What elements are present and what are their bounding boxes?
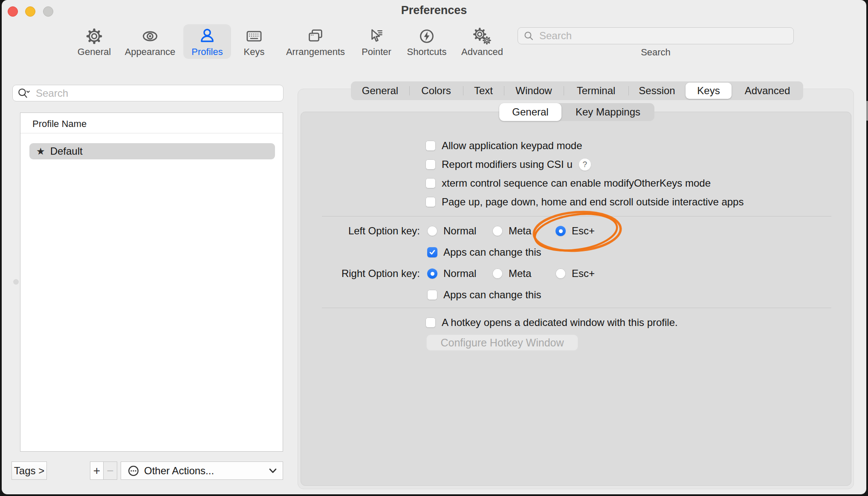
toolbar-label-pointer: Pointer <box>362 46 391 58</box>
configure-hotkey-window-button[interactable]: Configure Hotkey Window <box>426 335 578 351</box>
radio-right-normal[interactable] <box>427 268 437 279</box>
toolbar-item-general[interactable]: General <box>71 24 118 59</box>
add-profile-button[interactable]: + <box>90 461 104 480</box>
right-option-esc: Esc+ <box>556 266 595 281</box>
checkbox-right-apps-can-change[interactable] <box>427 290 437 300</box>
checkbox-csi-u[interactable] <box>425 159 436 170</box>
tab-colors[interactable]: Colors <box>409 81 463 100</box>
right-option-normal: Normal <box>427 266 476 281</box>
annotation-ellipse <box>524 205 635 260</box>
radio-right-esc[interactable] <box>556 268 566 279</box>
gears-icon <box>472 26 492 46</box>
toolbar-label-shortcuts: Shortcuts <box>407 46 447 58</box>
toolbar-search-label: Search <box>518 47 794 58</box>
minus-icon: − <box>107 464 113 478</box>
plus-icon: + <box>93 464 100 478</box>
tags-button-label: Tags > <box>14 465 44 477</box>
toolbar-label-advanced: Advanced <box>461 46 503 58</box>
windows-icon <box>306 26 325 46</box>
checkbox-hotkey-window[interactable] <box>425 317 436 328</box>
person-icon <box>197 26 217 46</box>
tab-advanced[interactable]: Advanced <box>732 81 803 100</box>
keys-subtab-bar: General Key Mappings <box>499 103 654 121</box>
toolbar-item-profiles[interactable]: Profiles <box>183 24 231 59</box>
left-option-normal: Normal <box>427 223 476 239</box>
checkbox-left-apps-can-change[interactable] <box>427 247 437 257</box>
other-actions-label: Other Actions... <box>144 465 265 477</box>
chevron-down-icon <box>269 468 277 473</box>
checkbox-row-csi-u: Report modifiers using CSI u ? <box>425 157 591 172</box>
tab-text[interactable]: Text <box>463 81 504 100</box>
tags-button[interactable]: Tags > <box>12 461 47 480</box>
checkbox-label: xterm control sequence can enable modify… <box>442 177 711 189</box>
star-icon: ★ <box>36 147 45 156</box>
radio-left-normal[interactable] <box>427 226 437 236</box>
profile-row-default[interactable]: ★ Default <box>29 143 275 159</box>
radio-left-meta[interactable] <box>492 226 503 236</box>
checkbox-label: Report modifiers using CSI u <box>442 159 573 170</box>
list-divider <box>20 133 283 133</box>
checkbox-row-keypad: Allow application keypad mode <box>425 138 582 153</box>
pane-splitter-handle[interactable] <box>13 279 19 285</box>
tab-session[interactable]: Session <box>628 81 686 100</box>
sidebar-search-field[interactable] <box>12 85 284 101</box>
subtab-key-mappings[interactable]: Key Mappings <box>561 103 654 121</box>
remove-profile-button[interactable]: − <box>104 461 117 480</box>
toolbar-item-shortcuts[interactable]: Shortcuts <box>401 24 452 59</box>
toolbar-search-input[interactable] <box>538 29 788 42</box>
gear-icon <box>84 26 104 46</box>
profile-tab-bar: General Colors Text Window Terminal Sess… <box>351 81 803 100</box>
toolbar-item-keys[interactable]: Keys <box>237 24 271 59</box>
cursor-icon <box>367 26 386 46</box>
toolbar-item-advanced[interactable]: Advanced <box>457 24 508 59</box>
radio-right-meta[interactable] <box>492 268 503 279</box>
search-icon <box>523 30 534 41</box>
profile-name: Default <box>50 145 83 157</box>
help-button[interactable]: ? <box>579 158 591 171</box>
eye-icon <box>140 26 160 46</box>
right-apps-can-change-row: Apps can change this <box>427 287 541 303</box>
keyboard-icon <box>244 26 264 46</box>
checkbox-page-scroll[interactable] <box>425 197 436 207</box>
screen-edge-notch <box>866 101 868 121</box>
toolbar-label-profiles: Profiles <box>191 46 223 58</box>
window-title: Preferences <box>0 4 868 17</box>
other-actions-dropdown[interactable]: Other Actions... <box>121 461 283 480</box>
tab-general[interactable]: General <box>351 81 409 100</box>
checkbox-keypad-mode[interactable] <box>425 141 436 151</box>
tab-keys[interactable]: Keys <box>686 83 732 99</box>
right-option-meta: Meta <box>492 266 531 281</box>
circled-ellipsis-icon <box>127 464 140 477</box>
checkbox-modify-other-keys[interactable] <box>425 178 436 188</box>
tab-terminal[interactable]: Terminal <box>564 81 628 100</box>
hotkey-row: A hotkey opens a dedicated window with t… <box>425 315 678 330</box>
toolbar-label-arrangements: Arrangements <box>286 46 345 58</box>
preferences-window: Preferences General Appearance <box>0 0 868 496</box>
add-remove-group: + − <box>90 461 117 480</box>
toolbar-label-general: General <box>78 46 111 58</box>
toolbar-label-appearance: Appearance <box>125 46 176 58</box>
search-scope-icon <box>17 87 32 100</box>
profile-list-header: Profile Name <box>32 118 87 130</box>
checkbox-label: Allow application keypad mode <box>442 140 582 152</box>
toolbar-label-keys: Keys <box>244 46 265 58</box>
toolbar-search-field[interactable] <box>518 27 794 44</box>
right-option-key-label: Right Option key: <box>301 266 420 281</box>
profile-list: Profile Name ★ Default <box>20 112 283 452</box>
bolt-icon <box>417 26 437 46</box>
toolbar-item-appearance[interactable]: Appearance <box>118 24 182 59</box>
subtab-general[interactable]: General <box>499 103 561 121</box>
tab-window[interactable]: Window <box>504 81 564 100</box>
left-option-key-label: Left Option key: <box>301 223 420 239</box>
toolbar-item-pointer[interactable]: Pointer <box>355 24 398 59</box>
divider <box>322 308 831 308</box>
sidebar-search-input[interactable] <box>35 87 279 100</box>
toolbar-item-arrangements[interactable]: Arrangements <box>279 24 352 59</box>
checkbox-row-modify-other-keys: xterm control sequence can enable modify… <box>425 176 711 191</box>
